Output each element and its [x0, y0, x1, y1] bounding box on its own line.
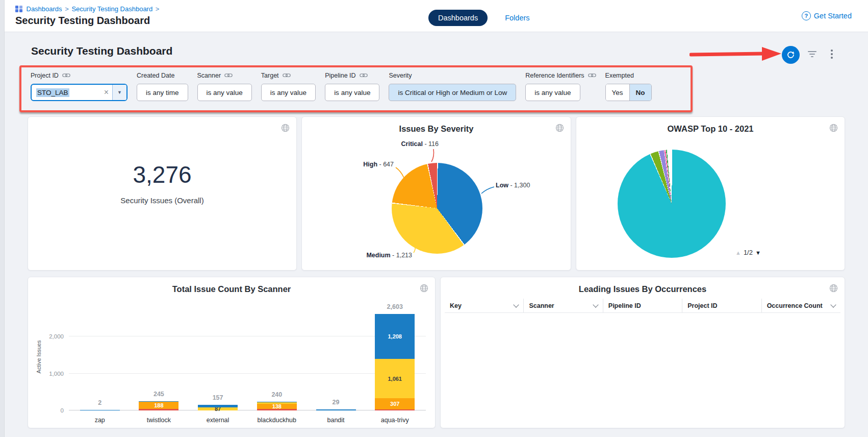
segment-medium [257, 402, 297, 404]
breadcrumb-link[interactable]: Dashboards [27, 5, 62, 13]
get-started-label: Get Started [814, 12, 852, 20]
filter-bar: Project IDSTO_LAB×▼Created Dateis any ti… [31, 72, 652, 101]
filter-label: Project ID [31, 72, 127, 79]
tab-dashboards[interactable]: Dashboards [428, 10, 488, 26]
toggle-option-yes[interactable]: Yes [606, 84, 629, 101]
dashboards-grid-icon [15, 6, 22, 13]
bar-stack: 87 [198, 405, 238, 410]
column-header-label: Scanner [529, 302, 554, 309]
filter-list-button[interactable] [808, 51, 816, 57]
owasp-pie-chart[interactable] [618, 150, 726, 258]
pie-label-critical: Critical - 116 [363, 140, 439, 148]
bar-zap[interactable]: 2 [72, 303, 128, 410]
column-header-pipeline-id[interactable]: Pipeline ID [603, 299, 682, 312]
overall-count-label: Security Issues (Overall) [28, 196, 296, 205]
owasp-pagination: ▲ 1/2 ▼ [735, 249, 761, 256]
pie-label-low: Low - 1,300 [496, 182, 530, 189]
tile-total-issue-count-by-scanner: Total Issue Count By Scanner Active Issu… [28, 277, 436, 428]
bar-aqua-trivy[interactable]: 3071,0611,2082,603 [367, 303, 423, 410]
column-header-scanner[interactable]: Scanner [523, 299, 602, 312]
filter-label-text: Severity [389, 72, 412, 79]
page-up-icon[interactable]: ▲ [735, 250, 741, 256]
header-tabs: Dashboards Folders [428, 10, 533, 26]
link-icon [283, 72, 291, 79]
filter-group-reference-identifiers: Reference Identifiersis any value [525, 72, 596, 101]
tab-folders[interactable]: Folders [502, 13, 532, 22]
filter-group-created-date: Created Dateis any time [137, 72, 188, 101]
column-header-project-id[interactable]: Project ID [682, 299, 761, 312]
toggle-option-no[interactable]: No [629, 84, 651, 101]
globe-icon [420, 284, 428, 295]
filter-label: Target [261, 72, 316, 79]
bar-total-label: 2,603 [367, 303, 423, 310]
combobox-caret[interactable]: ▼ [112, 85, 126, 100]
get-started-link[interactable]: ? Get Started [802, 11, 852, 20]
bar-total-label: 29 [308, 399, 364, 406]
segment-critical [375, 409, 415, 410]
filter-group-exempted: ExemptedYesNo [605, 72, 652, 101]
y-tick-label: 1,000 [49, 371, 64, 377]
link-icon [588, 72, 596, 79]
y-tick-label: 2,000 [49, 333, 64, 339]
bar-blackduckhub[interactable]: 138240 [249, 303, 305, 410]
annotation-arrow [690, 46, 782, 63]
filter-label-text: Reference Identifiers [525, 72, 584, 79]
tile-issues-by-severity: Issues By Severity Critical - 116 High -… [301, 116, 571, 271]
filter-chip[interactable]: is any time [137, 84, 188, 101]
x-category-label: bandit [308, 417, 364, 424]
dashboard-title: Security Testing Dashboard [31, 45, 172, 57]
segment-low [139, 401, 178, 402]
filter-chip[interactable]: is any value [525, 84, 580, 101]
chevron-down-icon [514, 302, 519, 307]
clear-value-button[interactable]: × [100, 88, 112, 96]
table-header-row: KeyScannerPipeline IDProject IDOccurrenc… [445, 299, 840, 313]
segment-low [316, 409, 356, 410]
x-category-label: blackduckhub [249, 417, 305, 424]
filter-label: Pipeline ID [325, 72, 379, 79]
more-options-button[interactable] [831, 50, 833, 59]
globe-icon [829, 284, 838, 295]
filter-label-text: Project ID [31, 72, 59, 79]
bar-external[interactable]: 87157 [190, 303, 246, 410]
bar-stack [316, 409, 356, 410]
filter-chip[interactable]: is any value [325, 84, 379, 101]
y-axis-label: Active Issues [35, 303, 42, 410]
project-id-combobox[interactable]: STO_LAB×▼ [31, 84, 127, 101]
filter-chip[interactable]: is Critical or High or Medium or Low [389, 84, 516, 101]
bar-bandit[interactable]: 29 [308, 303, 364, 410]
chevron-down-icon [830, 302, 836, 307]
filter-chip[interactable]: is any value [261, 84, 316, 101]
segment-low [80, 410, 120, 410]
x-category-label: zap [72, 417, 128, 424]
bar-stack: 138 [257, 402, 297, 410]
column-header-key[interactable]: Key [445, 299, 523, 312]
bar-twistlock[interactable]: 188245 [131, 303, 187, 410]
bar-total-label: 240 [249, 391, 305, 398]
filter-label-text: Target [261, 72, 279, 79]
segment-critical [139, 409, 178, 410]
column-header-label: Project ID [687, 302, 717, 309]
segment-medium: 1,061 [375, 359, 415, 398]
x-category-label: twistlock [131, 417, 187, 424]
link-icon [360, 72, 368, 79]
top-header: Dashboards > Security Testing Dashboard … [0, 0, 868, 32]
segment-low [198, 405, 238, 407]
column-header-occurrence-count[interactable]: Occurrence Count [761, 299, 840, 312]
filter-label-text: Exempted [605, 72, 634, 79]
filter-chip[interactable]: is any value [197, 84, 252, 101]
page-down-icon[interactable]: ▼ [755, 250, 761, 256]
refresh-button[interactable] [782, 46, 800, 64]
breadcrumb-link[interactable]: Security Testing Dashboard [71, 5, 152, 13]
filter-label: Reference Identifiers [525, 72, 596, 79]
filter-group-target: Targetis any value [261, 72, 316, 101]
filter-group-scanner: Scanneris any value [197, 72, 252, 101]
segment-value-label: 188 [139, 403, 178, 408]
bar-chart-plot-area[interactable]: 01,0002,000218824587157138240293071,0611… [69, 303, 426, 410]
combobox-value: STO_LAB [36, 88, 69, 97]
globe-icon [281, 124, 290, 134]
segment-value-label: 138 [257, 404, 297, 409]
help-icon: ? [802, 11, 811, 20]
segment-low: 1,208 [375, 314, 415, 359]
bars-container: 218824587157138240293071,0611,2082,603 [69, 303, 426, 410]
tile-leading-issues-by-occurrences: Leading Issues By Occurrences KeyScanner… [440, 277, 845, 428]
